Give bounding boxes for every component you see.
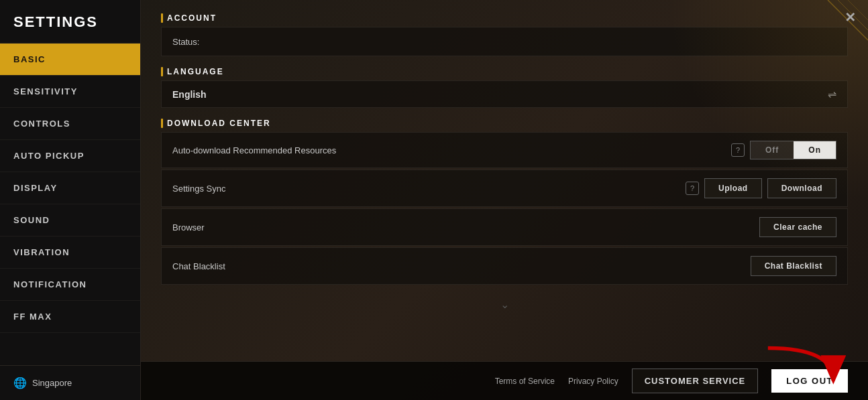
language-section: LANGUAGE English ⇌ — [161, 67, 848, 108]
sidebar-item-sound[interactable]: SOUND — [0, 204, 140, 237]
sidebar-item-controls[interactable]: CONTROLS — [0, 108, 140, 140]
settings-sync-row: Settings Sync ? Upload Download — [161, 170, 848, 207]
download-center-title: DOWNLOAD CENTER — [161, 119, 848, 128]
sidebar-footer: 🌐 Singapore — [0, 365, 140, 400]
auto-download-controls: ? Off On — [731, 141, 836, 159]
auto-download-help-icon[interactable]: ? — [731, 143, 745, 157]
chat-blacklist-row: Chat Blacklist Chat Blacklist — [161, 247, 848, 285]
download-button[interactable]: Download — [767, 178, 836, 198]
scroll-indicator: ⌄ — [161, 295, 848, 314]
settings-sync-label: Settings Sync — [172, 184, 226, 194]
sidebar-item-sensitivity[interactable]: SENSITIVITY — [0, 76, 140, 108]
sidebar-item-basic[interactable]: BASIC — [0, 44, 140, 76]
sidebar-item-notification[interactable]: NOTIFICATION — [0, 269, 140, 301]
toggle-off-button[interactable]: Off — [751, 141, 794, 159]
customer-service-button[interactable]: CUSTOMER SERVICE — [632, 369, 759, 393]
auto-download-row: Auto-download Recommended Resources ? Of… — [161, 132, 848, 168]
sidebar-item-display[interactable]: DISPLAY — [0, 172, 140, 204]
terms-of-service-link[interactable]: Terms of Service — [495, 377, 555, 386]
language-row[interactable]: English ⇌ — [161, 80, 848, 108]
browser-row: Browser Clear cache — [161, 208, 848, 246]
sidebar-item-ffmax[interactable]: FF MAX — [0, 301, 140, 333]
chat-blacklist-label: Chat Blacklist — [172, 261, 225, 271]
globe-icon: 🌐 — [13, 377, 27, 389]
settings-sync-help-icon[interactable]: ? — [686, 182, 699, 195]
sidebar-item-vibration[interactable]: VIBRATION — [0, 237, 140, 269]
upload-button[interactable]: Upload — [704, 178, 762, 198]
sidebar: SETTINGS BASIC SENSITIVITY CONTROLS AUTO… — [0, 0, 141, 400]
account-section: ACCOUNT Status: — [161, 13, 848, 56]
download-center-section: DOWNLOAD CENTER Auto-download Recommende… — [161, 119, 848, 285]
clear-cache-button[interactable]: Clear cache — [759, 217, 836, 237]
close-button[interactable]: ✕ — [845, 9, 856, 25]
main-panel: ✕ ACCOUNT Status: LANGUAGE English ⇌ — [141, 0, 868, 400]
browser-label: Browser — [172, 222, 205, 232]
chat-blacklist-controls: Chat Blacklist — [751, 256, 836, 276]
language-swap-icon[interactable]: ⇌ — [828, 88, 836, 101]
content-area: ACCOUNT Status: LANGUAGE English ⇌ DOWNL… — [141, 0, 868, 361]
footer: Terms of Service Privacy Policy CUSTOMER… — [141, 361, 868, 400]
current-language: English — [172, 89, 207, 100]
language-section-title: LANGUAGE — [161, 67, 848, 76]
privacy-policy-link[interactable]: Privacy Policy — [568, 377, 618, 386]
auto-download-label: Auto-download Recommended Resources — [172, 145, 336, 155]
toggle-on-button[interactable]: On — [794, 141, 836, 159]
language-selector[interactable]: English — [172, 89, 441, 100]
sidebar-item-auto-pickup[interactable]: AUTO PICKUP — [0, 140, 140, 172]
region-label: Singapore — [32, 378, 72, 388]
auto-download-toggle[interactable]: Off On — [750, 141, 836, 159]
chat-blacklist-button[interactable]: Chat Blacklist — [751, 256, 836, 276]
logout-button[interactable]: LOG OUT — [771, 369, 848, 393]
account-section-title: ACCOUNT — [161, 13, 848, 23]
status-row: Status: — [161, 27, 848, 56]
browser-controls: Clear cache — [759, 217, 836, 237]
settings-sync-controls: ? Upload Download — [686, 178, 836, 198]
settings-title: SETTINGS — [0, 0, 140, 44]
status-label: Status: — [172, 37, 199, 47]
